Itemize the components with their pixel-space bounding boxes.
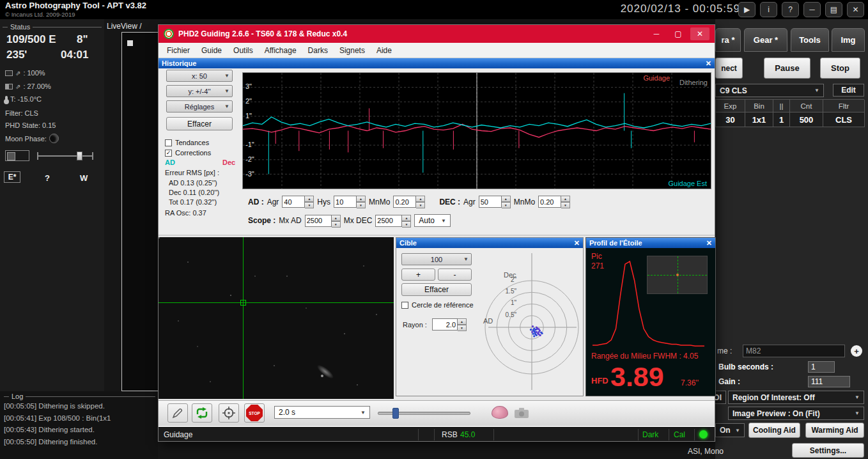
spinner-up-icon[interactable]: ▲ xyxy=(402,215,411,221)
spinner-up-icon[interactable]: ▲ xyxy=(305,196,314,202)
tab-img[interactable]: Img xyxy=(832,28,865,52)
close-icon[interactable]: ✕ xyxy=(706,239,712,247)
spinner-up-icon[interactable]: ▲ xyxy=(561,196,570,202)
guide-button[interactable] xyxy=(219,403,239,423)
spinner-up-icon[interactable]: ▲ xyxy=(416,196,425,202)
pause-button[interactable]: Pause xyxy=(764,58,810,79)
plan-select[interactable]: C9 CLS▼ xyxy=(715,84,824,97)
spinner-down-icon[interactable]: ▼ xyxy=(305,202,314,208)
checkbox-unchecked[interactable] xyxy=(165,139,172,146)
loop-exposures-button[interactable] xyxy=(192,403,212,423)
help-icon[interactable]: ? xyxy=(782,2,799,17)
camera-settings-icon[interactable] xyxy=(514,407,529,419)
edit-button[interactable]: Edit xyxy=(833,84,864,97)
minimize-icon[interactable]: ─ xyxy=(647,27,666,40)
hysteresis-input[interactable] xyxy=(334,196,357,208)
preview-thumbnail[interactable] xyxy=(5,150,29,161)
stretch-slider[interactable] xyxy=(378,412,470,415)
dec-aggression-input[interactable] xyxy=(479,196,502,208)
radius-input[interactable] xyxy=(432,318,458,331)
guide-camera-image[interactable] xyxy=(159,237,394,399)
menu-outils[interactable]: Outils xyxy=(228,44,259,57)
dec-mode-select[interactable]: Auto▼ xyxy=(414,214,451,227)
spinner-down-icon[interactable]: ▼ xyxy=(416,202,425,208)
tab-camera[interactable]: ra * xyxy=(715,28,741,52)
spinner-up-icon[interactable]: ▲ xyxy=(502,196,511,202)
history-clear-button[interactable]: Effacer xyxy=(166,117,233,130)
star-select-button[interactable] xyxy=(167,403,188,423)
menu-signets[interactable]: Signets xyxy=(334,44,371,57)
play-icon[interactable]: ▶ xyxy=(738,2,756,17)
max-ra-input[interactable] xyxy=(305,215,332,227)
target-clear-button[interactable]: Effacer xyxy=(401,283,472,296)
table-cell[interactable]: 500 xyxy=(790,113,823,127)
phd2-titlebar[interactable]: PHD2 Guiding 2.6.6 - TS60 & 178 & Reduc … xyxy=(159,25,715,43)
warming-aid-button[interactable]: Warming Aid xyxy=(805,423,864,438)
spinner-down-icon[interactable]: ▼ xyxy=(402,221,411,228)
slider-knob[interactable] xyxy=(392,408,399,419)
zoom-slider-knob[interactable] xyxy=(77,152,82,160)
history-titlebar[interactable]: Historique ✕ xyxy=(159,58,715,68)
checkbox-checked[interactable] xyxy=(165,150,172,157)
close-icon[interactable]: ✕ xyxy=(574,239,580,247)
close-icon[interactable]: ✕ xyxy=(706,59,711,68)
spinner-down-icon[interactable]: ▼ xyxy=(357,202,366,208)
bulb-seconds-input[interactable] xyxy=(808,361,835,373)
close-icon[interactable]: ✕ xyxy=(847,2,864,17)
layout-icon[interactable]: ▤ xyxy=(825,2,842,17)
object-name-input[interactable] xyxy=(743,345,845,357)
east-button[interactable]: E* xyxy=(4,171,20,183)
corrections-checkbox-row[interactable]: Corrections xyxy=(165,149,211,157)
west-button[interactable]: W xyxy=(80,173,88,183)
stop-button[interactable]: Stop xyxy=(820,58,860,79)
tab-tools[interactable]: Tools xyxy=(791,28,829,52)
dec-minmove-input[interactable] xyxy=(538,196,561,208)
settings-button[interactable]: Settings... xyxy=(792,443,864,458)
table-cell[interactable]: CLS xyxy=(823,113,865,127)
menu-darks[interactable]: Darks xyxy=(302,44,334,57)
spinner-down-icon[interactable]: ▼ xyxy=(502,202,511,208)
gain-input[interactable] xyxy=(808,376,850,387)
close-icon[interactable]: ✕ xyxy=(690,27,709,40)
table-cell[interactable]: 1 xyxy=(773,113,790,127)
menu-guide[interactable]: Guide xyxy=(196,44,228,57)
zoom-slider[interactable] xyxy=(37,155,93,157)
plus-icon[interactable]: + xyxy=(851,345,862,357)
max-dec-input[interactable] xyxy=(375,215,402,227)
checkbox-unchecked[interactable] xyxy=(401,302,408,309)
tab-gear[interactable]: Gear * xyxy=(744,28,787,52)
spinner-up-icon[interactable]: ▲ xyxy=(332,215,341,221)
spinner-up-icon[interactable]: ▲ xyxy=(458,318,467,325)
cooling-aid-button[interactable]: Cooling Aid xyxy=(748,423,800,438)
table-cell[interactable]: 1x1 xyxy=(745,113,773,127)
ad-minmove-input[interactable] xyxy=(393,196,416,208)
table-cell[interactable]: 30 xyxy=(716,113,745,127)
history-y-scale-select[interactable]: y: +/-4''▼ xyxy=(166,85,233,97)
minimize-icon[interactable]: ─ xyxy=(803,2,821,17)
zoom-out-button[interactable]: - xyxy=(438,268,472,281)
target-titlebar[interactable]: Cible ✕ xyxy=(396,238,583,248)
connect-button[interactable]: nect xyxy=(715,58,743,79)
history-settings-select[interactable]: Réglages▼ xyxy=(166,100,233,113)
menu-aide[interactable]: Aide xyxy=(371,44,398,57)
roi-select[interactable]: Region Of Interest: Off▼ xyxy=(728,391,864,404)
maximize-icon[interactable]: ▢ xyxy=(669,27,688,40)
brain-settings-icon[interactable] xyxy=(492,406,508,419)
trend-checkbox-row[interactable]: Tendances xyxy=(165,139,209,146)
spinner-up-icon[interactable]: ▲ xyxy=(357,196,366,202)
info-icon[interactable]: i xyxy=(760,2,777,17)
menu-affichage[interactable]: Affichage xyxy=(259,44,302,57)
history-x-scale-select[interactable]: x: 50▼ xyxy=(166,70,233,82)
stop-guiding-button[interactable]: STOP xyxy=(244,403,265,423)
target-zoom-select[interactable]: 100▼ xyxy=(401,253,472,265)
reference-circle-checkbox-row[interactable]: Cercle de référence xyxy=(401,301,474,309)
on-partial-select[interactable]: On▼ xyxy=(715,423,745,437)
menu-fichier[interactable]: Fichier xyxy=(161,44,196,57)
image-preview-select[interactable]: Image Preview : On (Fit)▼ xyxy=(728,407,864,420)
spinner-down-icon[interactable]: ▼ xyxy=(458,325,467,331)
zoom-in-button[interactable]: + xyxy=(401,268,435,281)
spinner-down-icon[interactable]: ▼ xyxy=(561,202,570,208)
ad-aggression-input[interactable] xyxy=(282,196,305,208)
spinner-down-icon[interactable]: ▼ xyxy=(332,221,341,228)
exposure-select[interactable]: 2.0 s▼ xyxy=(274,406,370,419)
